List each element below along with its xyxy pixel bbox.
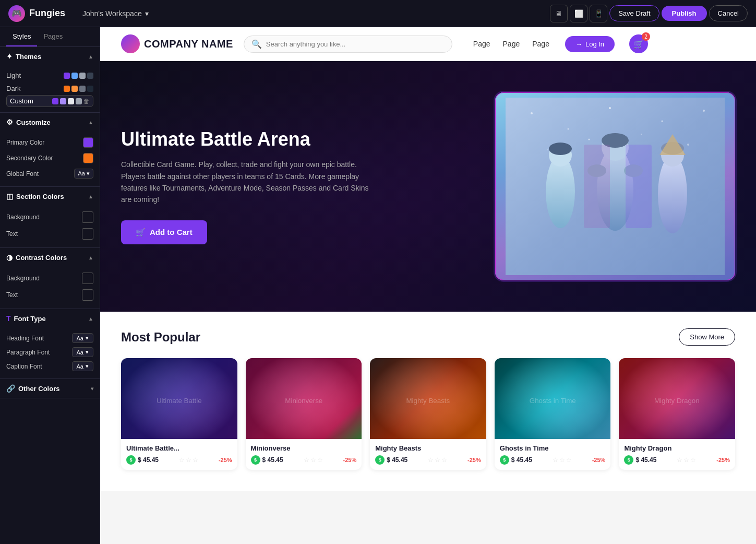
publish-button[interactable]: Publish — [662, 6, 707, 21]
customize-section-header[interactable]: ⚙ Customize ▲ — [0, 113, 100, 132]
product-price-p1: $ $ 45.45 — [126, 455, 159, 465]
section-bg-color[interactable] — [82, 211, 93, 223]
svg-rect-23 — [626, 145, 652, 228]
product-card-p1[interactable]: Ultimate Battle Ultimate Battle... $ $ 4… — [121, 358, 237, 470]
hero-content: Ultimate Battle Arena Collectible Card G… — [121, 128, 371, 244]
tab-styles[interactable]: Styles — [6, 27, 37, 46]
nav-link-2[interactable]: Page — [503, 40, 520, 48]
mobile-view-icon[interactable]: 📱 — [590, 5, 607, 22]
paragraph-font-select[interactable]: Aa ▾ — [72, 347, 93, 357]
product-card-p4[interactable]: Ghosts in Time Ghosts in Time $ $ 45.45 … — [495, 358, 611, 470]
hero-section: Ultimate Battle Arena Collectible Card G… — [100, 61, 756, 312]
dot — [71, 73, 78, 79]
contrast-text-color[interactable] — [82, 289, 93, 301]
product-card-p3[interactable]: Mighty Beasts Mighty Beasts $ $ 45.45 ☆ … — [370, 358, 486, 470]
section-bg-row: Background — [6, 209, 93, 226]
price-icon: $ — [126, 455, 136, 465]
star-2: ☆ — [186, 456, 191, 464]
tablet-view-icon[interactable]: ⬜ — [570, 5, 587, 22]
svg-rect-22 — [584, 145, 610, 228]
tab-pages[interactable]: Pages — [37, 27, 69, 46]
product-stars-p4[interactable]: ☆ ☆ ☆ — [553, 456, 572, 464]
add-to-cart-button[interactable]: 🛒 Add to Cart — [121, 220, 207, 244]
cart-icon: 🛒 — [633, 39, 644, 49]
theme-dark[interactable]: Dark — [6, 82, 93, 95]
primary-color-row: Primary Color — [6, 135, 93, 150]
brand-logo[interactable]: 🎮 Fungies — [8, 5, 71, 22]
customize-label: Customize — [16, 119, 51, 126]
popular-title: Most Popular — [121, 330, 200, 345]
desktop-view-icon[interactable]: 🖥 — [550, 5, 568, 22]
secondary-color-swatch[interactable] — [83, 153, 93, 163]
star-1: ☆ — [677, 456, 682, 464]
product-info-p5: Mighty Dragon $ $ 45.45 ☆ ☆ ☆ -25% — [619, 439, 735, 470]
primary-color-swatch[interactable] — [83, 137, 93, 148]
workspace-selector[interactable]: John's Workspace ▾ — [77, 6, 154, 21]
font-type-chevron-icon: ▲ — [88, 316, 93, 322]
product-name-p3: Mighty Beasts — [375, 444, 481, 452]
topbar-icons: 🖥 ⬜ 📱 Save Draft Publish Cancel — [550, 5, 748, 22]
other-colors-section: 🔗 Other Colors ▾ — [0, 379, 100, 398]
product-stars-p3[interactable]: ☆ ☆ ☆ — [428, 456, 447, 464]
price-value: $ 45.45 — [262, 456, 283, 464]
star-3: ☆ — [690, 456, 696, 464]
caption-font-select[interactable]: Aa ▾ — [72, 361, 93, 371]
secondary-color-row: Secondary Color — [6, 150, 93, 166]
product-discount-p5: -25% — [716, 457, 730, 463]
nav-link-3[interactable]: Page — [532, 40, 549, 48]
product-discount-p1: -25% — [219, 457, 232, 463]
product-card-p2[interactable]: Minionverse Minionverse $ $ 45.45 ☆ ☆ ☆ … — [246, 358, 362, 470]
section-colors-header[interactable]: ◫ Section Colors ▲ — [0, 187, 100, 206]
svg-text:Ghosts in Time: Ghosts in Time — [530, 397, 576, 405]
dot — [87, 73, 93, 79]
cart-button[interactable]: 🛒 2 — [629, 34, 648, 53]
global-font-row: Global Font Aa ▾ — [6, 166, 93, 181]
delete-custom-theme-icon[interactable]: 🗑 — [83, 98, 90, 105]
login-button[interactable]: → Log In — [565, 36, 615, 52]
product-stars-p1[interactable]: ☆ ☆ ☆ — [179, 456, 198, 464]
font-type-icon: T — [6, 314, 11, 323]
svg-point-12 — [549, 143, 572, 155]
cart-badge: 2 — [642, 32, 650, 41]
contrast-colors-header[interactable]: ◑ Contrast Colors ▲ — [0, 248, 100, 267]
heading-font-label: Heading Font — [6, 335, 44, 342]
star-3: ☆ — [566, 456, 572, 464]
themes-content: Light Dark — [0, 66, 100, 112]
themes-section-header[interactable]: ✦ Themes ▲ — [0, 47, 100, 66]
save-draft-button[interactable]: Save Draft — [609, 5, 659, 21]
site-search[interactable]: 🔍 — [244, 36, 452, 53]
show-more-button[interactable]: Show More — [679, 328, 735, 346]
other-colors-icon: 🔗 — [6, 384, 15, 393]
product-price-p4: $ $ 45.45 — [500, 455, 532, 465]
product-price-p2: $ $ 45.45 — [251, 455, 283, 465]
nav-link-1[interactable]: Page — [473, 40, 490, 48]
product-info-p4: Ghosts in Time $ $ 45.45 ☆ ☆ ☆ -25% — [495, 439, 611, 470]
cancel-button[interactable]: Cancel — [709, 5, 748, 21]
product-image-p2: Minionverse — [246, 358, 362, 439]
theme-custom[interactable]: Custom 🗑 — [6, 95, 93, 107]
sidebar-tabs: Styles Pages — [0, 27, 100, 47]
theme-light-dots — [64, 73, 93, 79]
product-stars-p5[interactable]: ☆ ☆ ☆ — [677, 456, 696, 464]
contrast-bg-label: Background — [6, 275, 40, 282]
search-input[interactable] — [266, 40, 445, 48]
global-font-select[interactable]: Aa ▾ — [74, 169, 93, 179]
global-font-label: Global Font — [6, 170, 39, 178]
section-colors-chevron-icon: ▲ — [88, 194, 93, 199]
secondary-color-label: Secondary Color — [6, 155, 53, 162]
heading-font-select[interactable]: Aa ▾ — [72, 333, 93, 343]
section-colors-label: Section Colors — [16, 193, 64, 200]
product-card-p5[interactable]: Mighty Dragon Mighty Dragon $ $ 45.45 ☆ … — [619, 358, 735, 470]
product-stars-p2[interactable]: ☆ ☆ ☆ — [304, 456, 323, 464]
font-type-header[interactable]: T Font Type ▲ — [0, 309, 100, 328]
product-footer-p4: $ $ 45.45 ☆ ☆ ☆ -25% — [500, 455, 606, 465]
contrast-bg-color[interactable] — [82, 273, 93, 284]
other-colors-header[interactable]: 🔗 Other Colors ▾ — [0, 379, 100, 398]
product-name-p1: Ultimate Battle... — [126, 444, 232, 452]
section-text-color[interactable] — [82, 228, 93, 240]
themes-label: Themes — [16, 53, 41, 61]
product-image-p1: Ultimate Battle — [121, 358, 237, 439]
theme-light[interactable]: Light — [6, 69, 93, 82]
theme-custom-dots: 🗑 — [52, 98, 90, 105]
hero-title: Ultimate Battle Arena — [121, 128, 371, 150]
